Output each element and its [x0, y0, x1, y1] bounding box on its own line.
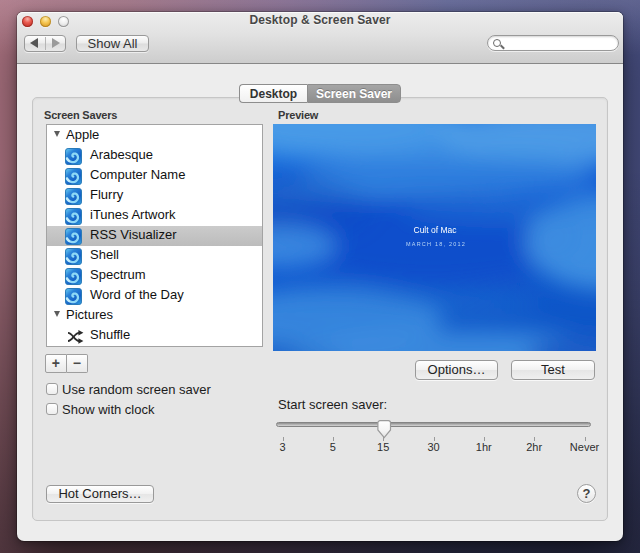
svg-text:MARCH 18, 2012: MARCH 18, 2012: [406, 241, 466, 247]
svg-text:Cult of Mac: Cult of Mac: [414, 225, 458, 235]
